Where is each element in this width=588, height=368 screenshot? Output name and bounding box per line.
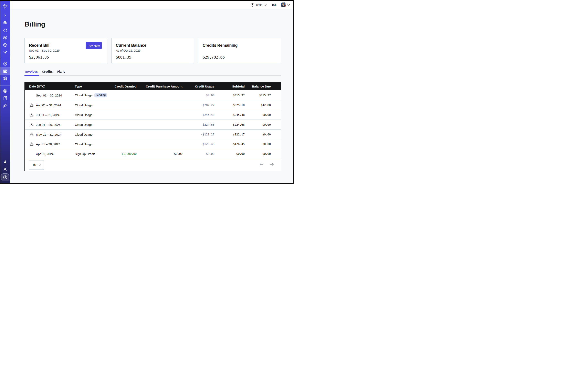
invoice-type: Cloud Usage xyxy=(75,142,92,146)
book-sparkle-icon xyxy=(3,96,7,100)
download-invoice-button[interactable] xyxy=(30,103,34,107)
subtotal-value: $315.97 xyxy=(233,94,245,97)
sidebar-item-labs[interactable] xyxy=(0,158,10,166)
subtotal-value: $121.17 xyxy=(233,133,245,136)
download-invoice-button[interactable] xyxy=(30,113,34,117)
arrow-right-icon xyxy=(270,162,274,167)
chevron-down-icon xyxy=(287,3,290,7)
credit-usage-value: -$126.45 xyxy=(201,142,215,146)
col-balance-due: Balance Due xyxy=(252,84,271,88)
sidebar-item-integrations[interactable] xyxy=(0,48,10,56)
download-icon xyxy=(30,103,34,107)
invoice-type: Cloud Usage xyxy=(75,93,92,97)
arrow-left-icon xyxy=(259,162,264,167)
timer-icon xyxy=(3,28,7,32)
balance-due-value: $0.00 xyxy=(262,133,271,136)
download-icon xyxy=(30,123,34,127)
invoice-type: Cloud Usage xyxy=(75,103,92,107)
table-header-row: Date (UTC) Type Credit Granted Credit Pu… xyxy=(25,82,281,90)
invoice-type: Cloud Usage xyxy=(75,133,92,136)
sidebar xyxy=(0,1,10,184)
invoice-date: Aug 01 – 31, 2024 xyxy=(36,103,61,107)
download-invoice-button[interactable] xyxy=(30,142,34,146)
subtotal-value: $245.48 xyxy=(233,113,245,117)
avatar[interactable] xyxy=(281,2,286,7)
credit-usage-value: $0.00 xyxy=(206,152,214,156)
chevron-down-icon xyxy=(264,4,267,6)
timezone-label: UTC xyxy=(256,3,262,7)
gauge-icon xyxy=(3,62,7,66)
credit-purchase-value: $0.00 xyxy=(174,152,182,156)
balance-due-value: $42.88 xyxy=(261,103,271,107)
col-credit-granted: Credit Granted xyxy=(115,84,137,88)
sidebar-divider xyxy=(0,85,10,85)
table-row: May 01 – 31, 2024Cloud Usage-$121.17$121… xyxy=(25,129,281,139)
previous-page-button[interactable] xyxy=(259,162,264,167)
layers-icon xyxy=(3,36,7,40)
download-icon xyxy=(30,113,34,117)
sidebar-item-history[interactable] xyxy=(0,27,10,34)
next-page-button[interactable] xyxy=(270,162,274,167)
recent-bill-amount: $2,061.35 xyxy=(29,55,49,59)
table-row: Jun 01 – 30, 2024Cloud Usage-$224.68$224… xyxy=(25,120,281,129)
invoice-date: Jul 01 – 31, 2024 xyxy=(36,113,60,117)
tab-credits[interactable]: Credits xyxy=(41,70,54,75)
sidebar-item-credits[interactable] xyxy=(0,173,10,184)
glasses-icon xyxy=(272,3,277,7)
col-date: Date (UTC) xyxy=(29,84,45,88)
dollar-badge-icon xyxy=(1,173,9,181)
billing-icon xyxy=(3,69,7,73)
tab-invoices[interactable]: Invoices xyxy=(25,70,39,75)
card-title: Credits Remaining xyxy=(203,43,238,48)
page-size-select[interactable]: 10 xyxy=(29,161,44,170)
balance-due-value: $0.00 xyxy=(262,152,271,156)
sidebar-item-getting-started[interactable] xyxy=(0,102,10,109)
download-invoice-button[interactable] xyxy=(30,123,34,127)
clock-icon xyxy=(251,3,254,7)
summary-cards: Recent Bill Sep 01 – Sep 30, 2025 $2,061… xyxy=(25,38,281,63)
balance-due-value: $0.00 xyxy=(262,123,271,126)
chevron-right-icon xyxy=(3,14,7,17)
balance-due-value: $0.00 xyxy=(262,113,271,117)
download-icon xyxy=(30,132,34,136)
sidebar-item-usage[interactable] xyxy=(0,60,10,67)
col-credit-purchase: Credit Purchase Amount xyxy=(146,84,182,88)
tab-plans[interactable]: Plans xyxy=(56,70,66,75)
status-badge: Pending xyxy=(94,93,107,98)
sidebar-item-docs[interactable] xyxy=(0,94,10,102)
sidebar-item-support[interactable] xyxy=(0,87,10,94)
invoice-type: Cloud Usage xyxy=(75,113,92,117)
pay-now-button[interactable]: Pay Now xyxy=(86,42,102,49)
col-subtotal: Subtotal xyxy=(232,84,245,88)
sun-icon xyxy=(3,167,7,171)
credit-usage-value: -$282.22 xyxy=(201,103,215,107)
account-menu-button[interactable] xyxy=(287,3,290,7)
download-invoice-button[interactable] xyxy=(30,132,34,136)
table-row: Apr 01 – 30, 2024Cloud Usage-$126.45$126… xyxy=(25,139,281,149)
gear-icon xyxy=(3,76,7,81)
topbar: UTC xyxy=(10,1,294,9)
invoice-date: May 01 – 31, 2024 xyxy=(36,133,61,136)
table-row: Aug 01 – 31, 2024Cloud Usage-$282.22$325… xyxy=(25,100,281,110)
reader-mode-button[interactable] xyxy=(272,3,277,7)
asterisk-icon xyxy=(3,50,7,55)
sidebar-item-services[interactable] xyxy=(0,34,10,41)
timezone-selector[interactable]: UTC xyxy=(251,3,267,7)
invoice-date: Apr 01 – 30, 2024 xyxy=(36,142,60,146)
credit-usage-value: $0.00 xyxy=(206,94,214,97)
sidebar-item-data[interactable] xyxy=(0,41,10,48)
credit-usage-value: -$121.17 xyxy=(201,133,215,136)
sidebar-item-settings[interactable] xyxy=(0,75,10,82)
sidebar-expand-button[interactable] xyxy=(0,11,10,19)
current-balance-amount: $861.35 xyxy=(116,55,131,59)
table-row: Sept 01 – 30, 2024Cloud UsagePending$0.0… xyxy=(25,90,281,100)
app-logo[interactable] xyxy=(0,1,10,11)
page-title: Billing xyxy=(25,9,294,28)
sidebar-item-theme[interactable] xyxy=(0,166,10,173)
sidebar-item-observability[interactable] xyxy=(0,19,10,27)
download-slot-empty xyxy=(30,152,34,156)
card-period: Sep 01 – Sep 30, 2025 xyxy=(29,49,60,52)
subtotal-value: $126.45 xyxy=(233,142,245,146)
credits-remaining-card: Credits Remaining $29,782.65 xyxy=(198,38,281,63)
sidebar-item-billing[interactable] xyxy=(0,67,10,75)
